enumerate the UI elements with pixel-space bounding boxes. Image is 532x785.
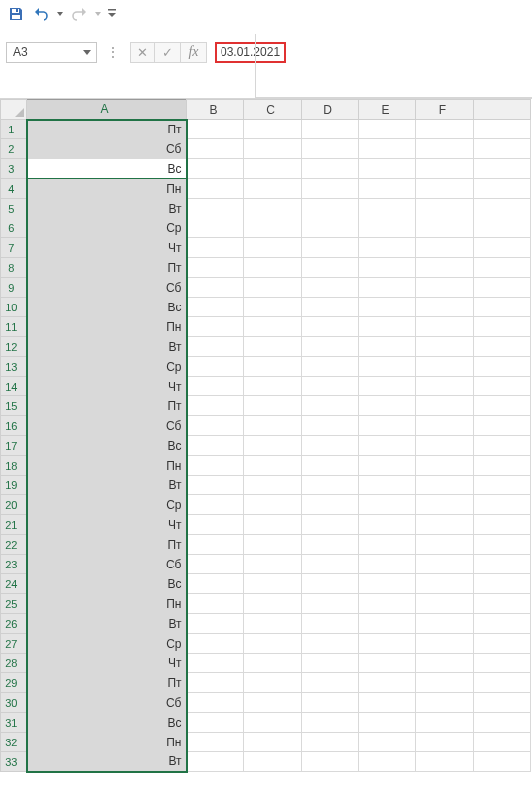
cell[interactable]: [359, 377, 416, 396]
cell[interactable]: [187, 673, 244, 693]
cell[interactable]: [474, 139, 531, 159]
cell[interactable]: [302, 673, 359, 693]
cell[interactable]: [474, 159, 531, 179]
cell[interactable]: [416, 436, 474, 456]
cell[interactable]: [244, 159, 302, 179]
cell[interactable]: [416, 456, 474, 476]
cell[interactable]: [416, 416, 474, 436]
cell[interactable]: [302, 258, 359, 278]
cell[interactable]: [359, 218, 416, 238]
column-header-D[interactable]: D: [302, 100, 359, 120]
cell[interactable]: [474, 752, 531, 772]
row-header[interactable]: 9: [1, 278, 27, 298]
cell[interactable]: [359, 713, 416, 733]
cell[interactable]: [474, 179, 531, 199]
cell[interactable]: [302, 120, 359, 139]
row-header[interactable]: 15: [1, 396, 27, 416]
row-header[interactable]: 22: [1, 535, 27, 555]
cell[interactable]: [302, 298, 359, 317]
redo-dropdown[interactable]: [93, 2, 103, 26]
cell[interactable]: [474, 713, 531, 733]
cell[interactable]: Сб: [27, 693, 187, 713]
cell[interactable]: [359, 693, 416, 713]
spreadsheet-grid[interactable]: A B C D E F 1Пт2Сб3Вс4Пн5Вт6Ср7Чт8Пт9Сб1…: [0, 99, 532, 773]
cell[interactable]: Пт: [27, 258, 187, 278]
cell[interactable]: [359, 752, 416, 772]
cell[interactable]: [474, 199, 531, 218]
cell[interactable]: [187, 713, 244, 733]
cell[interactable]: [244, 179, 302, 199]
row-header[interactable]: 14: [1, 377, 27, 396]
cell[interactable]: [474, 120, 531, 139]
cell[interactable]: [474, 574, 531, 594]
cell[interactable]: [359, 298, 416, 317]
cell[interactable]: [416, 733, 474, 752]
row-header[interactable]: 10: [1, 298, 27, 317]
cell[interactable]: [416, 298, 474, 317]
cell[interactable]: [244, 337, 302, 357]
row-header[interactable]: 17: [1, 436, 27, 456]
cell[interactable]: [416, 515, 474, 535]
cell[interactable]: [416, 139, 474, 159]
cell[interactable]: [244, 238, 302, 258]
cell[interactable]: [302, 713, 359, 733]
cell[interactable]: [474, 456, 531, 476]
redo-button[interactable]: [67, 2, 91, 26]
cell[interactable]: [187, 495, 244, 515]
cell[interactable]: [416, 317, 474, 337]
cell[interactable]: Пт: [27, 673, 187, 693]
cell[interactable]: [474, 495, 531, 515]
cell[interactable]: [474, 396, 531, 416]
cell[interactable]: [187, 476, 244, 495]
cell[interactable]: [474, 416, 531, 436]
cell[interactable]: [187, 436, 244, 456]
cell[interactable]: [359, 120, 416, 139]
cell[interactable]: [244, 634, 302, 654]
cell[interactable]: Пн: [27, 594, 187, 614]
cell[interactable]: [302, 238, 359, 258]
row-header[interactable]: 23: [1, 555, 27, 574]
cell[interactable]: [359, 673, 416, 693]
cell[interactable]: [474, 298, 531, 317]
cell[interactable]: [187, 535, 244, 555]
cell[interactable]: [244, 278, 302, 298]
qat-customize-dropdown[interactable]: [107, 2, 117, 26]
cell[interactable]: [244, 456, 302, 476]
cell[interactable]: [474, 614, 531, 634]
row-header[interactable]: 7: [1, 238, 27, 258]
name-box[interactable]: A3: [6, 42, 97, 63]
cell[interactable]: [359, 416, 416, 436]
column-header-C[interactable]: C: [244, 100, 302, 120]
cell[interactable]: [244, 713, 302, 733]
cell[interactable]: [359, 436, 416, 456]
row-header[interactable]: 25: [1, 594, 27, 614]
cell[interactable]: [359, 594, 416, 614]
cell[interactable]: Пн: [27, 317, 187, 337]
cell[interactable]: [187, 377, 244, 396]
cell[interactable]: [244, 416, 302, 436]
row-header[interactable]: 2: [1, 139, 27, 159]
cell[interactable]: [416, 654, 474, 673]
cell[interactable]: [187, 317, 244, 337]
cell[interactable]: Сб: [27, 278, 187, 298]
cell[interactable]: [187, 693, 244, 713]
cell[interactable]: [302, 416, 359, 436]
cell[interactable]: Вс: [27, 298, 187, 317]
cell[interactable]: [302, 179, 359, 199]
cell[interactable]: [244, 733, 302, 752]
cell[interactable]: [244, 298, 302, 317]
cell[interactable]: [244, 120, 302, 139]
cell[interactable]: [302, 159, 359, 179]
cell[interactable]: [187, 733, 244, 752]
cell[interactable]: [474, 693, 531, 713]
cell[interactable]: [302, 377, 359, 396]
cell[interactable]: [359, 159, 416, 179]
select-all-corner[interactable]: [1, 100, 27, 120]
row-header[interactable]: 30: [1, 693, 27, 713]
cell[interactable]: [244, 693, 302, 713]
cell[interactable]: [187, 614, 244, 634]
row-header[interactable]: 4: [1, 179, 27, 199]
cell[interactable]: [302, 733, 359, 752]
cell[interactable]: [244, 436, 302, 456]
cell[interactable]: [474, 436, 531, 456]
